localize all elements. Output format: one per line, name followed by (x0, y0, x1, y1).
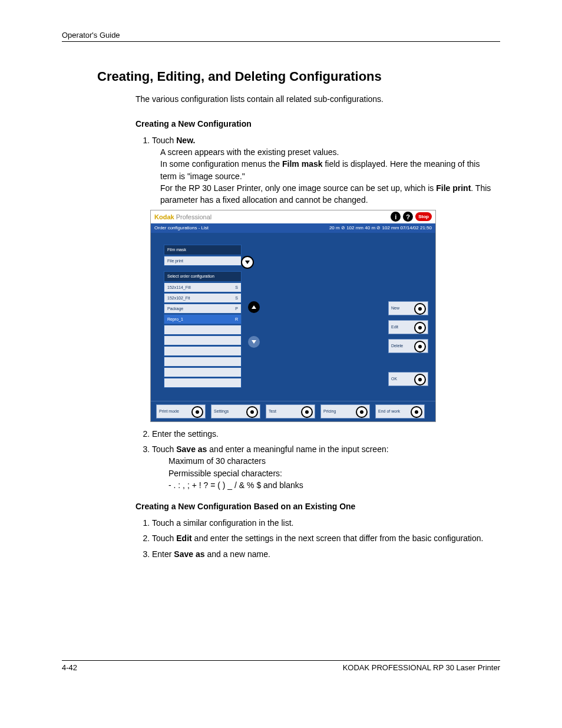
embedded-screenshot: Kodak Professional i ? Stop Order config… (150, 210, 436, 422)
endofwork-button[interactable]: End of work (375, 404, 425, 419)
s1-step3-sub3: - . : , ; + ! ? = ( ) _ / & % $ and blan… (168, 479, 494, 491)
btn-label: Delete (391, 344, 403, 348)
radio-icon (414, 341, 426, 353)
txt: Enter (152, 549, 174, 559)
s2-step1: Touch a similar configuration in the lis… (152, 517, 500, 529)
txt: and enter the settings in the next scree… (192, 533, 484, 543)
btn-label: Edit (391, 325, 398, 329)
list-item-empty: . (164, 357, 242, 367)
list-item-selected[interactable]: Repro_1R (164, 314, 242, 324)
page-footer: 4-42 KODAK PROFESSIONAL RP 30 Laser Prin… (62, 660, 500, 672)
btn-label: Settings (214, 409, 229, 413)
status-right: 20 m ⊘ 102 mm 40 m ⊘ 102 mm 07/14/02 21:… (329, 225, 432, 230)
settings-button[interactable]: Settings (211, 404, 260, 419)
section1-steps: Touch New. A screen appears with the exi… (135, 134, 500, 206)
s1-step1: Touch New. A screen appears with the exi… (152, 134, 500, 206)
s2-step3: Enter Save as and a new name. (152, 548, 500, 560)
list-item[interactable]: 152x114_FillS (164, 282, 242, 292)
radio-icon (356, 406, 368, 418)
row-name: Package (167, 307, 183, 311)
info-icon[interactable]: i (391, 212, 401, 222)
app-titlebar: Kodak Professional i ? Stop (151, 210, 435, 223)
txt: and enter a meaningful name in the input… (207, 444, 388, 454)
delete-button[interactable]: Delete (388, 339, 428, 353)
intro-text: The various configuration lists contain … (135, 94, 500, 105)
footer-right: KODAK PROFESSIONAL RP 30 Laser Printer (343, 663, 500, 672)
ok-button[interactable]: OK (388, 372, 428, 386)
radio-icon (411, 406, 422, 418)
scroll-down-icon[interactable] (248, 336, 260, 348)
scroll-up-icon[interactable] (248, 301, 260, 313)
chevron-down-icon[interactable] (241, 256, 254, 269)
list-item-empty: . (164, 367, 242, 377)
s1-step1-pre: Touch (152, 136, 176, 145)
new-button[interactable]: New (388, 301, 428, 315)
row-tag: R (235, 317, 238, 321)
list-item-empty: . (164, 346, 242, 356)
section1-heading: Creating a New Configuration (135, 119, 500, 129)
s1-step1-line4: For the RP 30 Laser Printer, only one im… (160, 182, 494, 206)
row-tag: P (235, 307, 238, 311)
btn-label: End of work (378, 409, 400, 413)
s1-step3: Touch Save as and enter a meaningful nam… (152, 443, 500, 491)
breadcrumb-bar: Order configurations - List 20 m ⊘ 102 m… (151, 223, 435, 233)
bottom-bar: Print mode Settings Test Pricing End of … (151, 401, 435, 421)
btn-label: Print mode (159, 409, 179, 413)
row-tag: S (235, 285, 238, 289)
btn-label: OK (391, 377, 397, 381)
s1-step1-bold: New. (176, 136, 195, 145)
radio-icon (191, 406, 203, 418)
row-tag: S (235, 296, 238, 300)
row-name: Repro_1 (167, 317, 183, 321)
radio-icon (246, 406, 258, 418)
txt: For the RP 30 Laser Printer, only one im… (160, 183, 436, 193)
txt: Touch (152, 444, 176, 454)
s1-step3-sub2: Permissible special characters: (168, 467, 494, 479)
txt-bold: Save as (174, 549, 204, 559)
s1-step1-line2: A screen appears with the existing prese… (160, 146, 494, 158)
help-icon[interactable]: ? (403, 212, 413, 222)
txt: Touch (152, 533, 176, 543)
pricing-button[interactable]: Pricing (320, 404, 370, 419)
list-item[interactable]: PackageP (164, 304, 242, 314)
btn-label: Pricing (323, 409, 336, 413)
row-name: 152x102_Fit (167, 296, 190, 300)
page-title: Creating, Editing, and Deleting Configur… (97, 69, 500, 84)
radio-icon (414, 322, 426, 334)
btn-label: Test (269, 409, 276, 413)
txt-bold: Film mask (282, 159, 322, 169)
filmmask-label: Film mask (164, 245, 242, 255)
section2-steps: Touch a similar configuration in the lis… (135, 517, 500, 560)
list-item-empty: . (164, 325, 242, 335)
fileprint-dropdown[interactable]: File print (164, 256, 242, 266)
fileprint-value: File print (167, 259, 183, 263)
breadcrumb-left: Order configurations - List (154, 225, 209, 230)
brand-prof: Professional (174, 213, 212, 220)
brand: Kodak Professional (154, 213, 211, 220)
page-header: Operator's Guide (62, 31, 500, 42)
s1-step2: Enter the settings. (152, 428, 500, 440)
list-item-empty: . (164, 335, 242, 345)
select-config-label: Select order configuration (164, 271, 242, 282)
txt: In some configuration menus the (160, 159, 282, 169)
radio-icon (414, 303, 426, 315)
row-name: 152x114_Fill (167, 285, 191, 289)
txt-bold: Edit (176, 533, 191, 543)
txt: and a new name. (205, 549, 270, 559)
list-item-empty: . (164, 378, 242, 388)
list-item[interactable]: 152x102_FitS (164, 293, 242, 303)
stop-button[interactable]: Stop (415, 212, 432, 221)
radio-icon (414, 374, 426, 386)
txt-bold: File print (436, 183, 471, 193)
radio-icon (301, 406, 313, 418)
edit-button[interactable]: Edit (388, 320, 428, 334)
s1-step3-sub1: Maximum of 30 characters (168, 455, 494, 467)
section2-heading: Creating a New Configuration Based on an… (135, 502, 500, 511)
test-button[interactable]: Test (266, 404, 315, 419)
s1-step1-line3: In some configuration menus the Film mas… (160, 158, 494, 182)
txt-bold: Save as (176, 444, 207, 454)
section1-steps-cont: Enter the settings. Touch Save as and en… (135, 428, 500, 491)
brand-kodak: Kodak (154, 213, 174, 220)
s2-step2: Touch Edit and enter the settings in the… (152, 532, 500, 544)
printmode-button[interactable]: Print mode (156, 404, 206, 419)
